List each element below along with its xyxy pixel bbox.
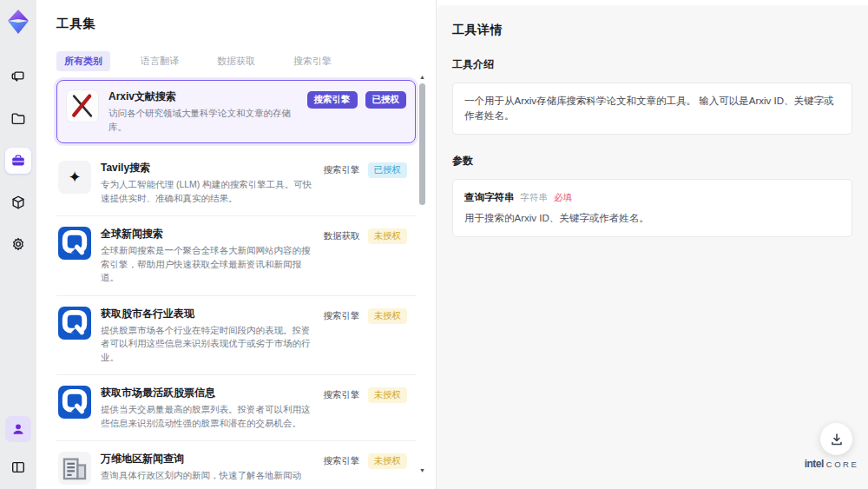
- auth-status-badge: 已授权: [368, 162, 408, 178]
- param-name: 查询字符串: [464, 190, 515, 205]
- intro-text: 一个用于从Arxiv存储库搜索科学论文和文章的工具。 输入可以是Arxiv ID…: [464, 96, 834, 121]
- arxiv-logo-icon: [66, 89, 99, 122]
- tool-list-item[interactable]: ✦ Tavily搜索 专为人工智能代理 (LLM) 构建的搜索引擎工具。可快速提…: [56, 150, 416, 216]
- tool-name: 全球新闻搜索: [101, 227, 314, 241]
- sidebar-item-user[interactable]: [5, 416, 31, 442]
- icon-sidebar: [0, 0, 36, 489]
- tool-list-item[interactable]: 全球新闻搜索 全球新闻搜索是一个聚合全球各大新闻网站内容的搜索引擎，帮助用户快速…: [56, 216, 416, 296]
- category-badge: 搜索引擎: [324, 310, 360, 322]
- user-icon: [10, 421, 26, 437]
- category-badge: 搜索引擎: [324, 164, 360, 176]
- sidebar-item-folder[interactable]: [5, 106, 31, 132]
- auth-status-badge: 未授权: [368, 228, 408, 244]
- category-badge: 搜索引擎: [324, 455, 360, 467]
- juhe-logo-icon: [58, 227, 91, 260]
- scroll-up-arrow-icon[interactable]: ▲: [418, 73, 426, 81]
- page-title: 工具集: [56, 16, 436, 32]
- chat-bubbles-icon: [10, 69, 26, 85]
- category-tab[interactable]: 数据获取: [209, 51, 263, 71]
- params-heading: 参数: [452, 154, 852, 169]
- tool-description: 访问各个研究领域大量科学论文和文章的存储库。: [108, 107, 298, 134]
- sidebar-item-panel-toggle[interactable]: [5, 454, 31, 480]
- tool-list-item[interactable]: 获取股市各行业表现 提供股票市场各个行业在特定时间段内的表现。投资者可以利用这些…: [56, 296, 416, 376]
- download-button[interactable]: [820, 423, 852, 455]
- app-logo-diamond-icon: [6, 9, 30, 35]
- juhe-logo-icon: [58, 386, 91, 419]
- sidebar-item-chat-bubbles[interactable]: [5, 64, 31, 90]
- tool-description: 全球新闻搜索是一个聚合全球各大新闻网站内容的搜索引擎，帮助用户快速获取全球最新资…: [101, 244, 314, 285]
- auth-status-badge: 已授权: [365, 91, 407, 109]
- juhe-logo-icon: [58, 307, 91, 340]
- tool-list-item[interactable]: 万维地区新闻查询 查询具体行政区划内的新闻，快速了解各地新闻动 搜索引擎 未授权: [56, 441, 416, 489]
- detail-title: 工具详情: [452, 23, 852, 38]
- intro-box: 一个用于从Arxiv存储库搜索科学论文和文章的工具。 输入可以是Arxiv ID…: [452, 83, 852, 135]
- news-building-icon: [58, 452, 91, 485]
- tool-list-panel: 工具集 所有类别语言翻译数据获取搜索引擎 Arxiv文献搜索 访问各个研究领域大…: [36, 0, 437, 489]
- gear-icon: [10, 236, 26, 252]
- auth-status-badge: 未授权: [368, 387, 408, 403]
- scroll-down-arrow-icon[interactable]: ▼: [418, 466, 426, 474]
- category-tab[interactable]: 所有类别: [56, 51, 110, 71]
- tool-list-item[interactable]: 获取市场最活跃股票信息 提供当天交易量最高的股票列表。投资者可以利用这些信息来识…: [56, 375, 416, 441]
- download-icon: [830, 433, 844, 446]
- app-window: 工具集 所有类别语言翻译数据获取搜索引擎 Arxiv文献搜索 访问各个研究领域大…: [0, 0, 868, 489]
- auth-status-badge: 未授权: [368, 308, 408, 324]
- tool-name: 万维地区新闻查询: [101, 452, 314, 466]
- tool-name: Tavily搜索: [101, 161, 314, 175]
- tool-description: 提供股票市场各个行业在特定时间段内的表现。投资者可以利用这些信息来识别表现优于或…: [101, 324, 314, 365]
- cube-icon: [10, 195, 26, 210]
- sidebar-item-gear[interactable]: [5, 231, 31, 257]
- folder-icon: [10, 111, 26, 127]
- category-tab[interactable]: 搜索引擎: [286, 51, 339, 71]
- category-tabs: 所有类别语言翻译数据获取搜索引擎: [56, 51, 436, 71]
- panel-toggle-icon: [10, 459, 26, 475]
- tool-description: 查询具体行政区划内的新闻，快速了解各地新闻动: [101, 469, 314, 483]
- category-badge: 搜索引擎: [307, 91, 358, 109]
- tavily-logo-icon: ✦: [58, 161, 91, 194]
- tool-description: 提供当天交易量最高的股票列表。投资者可以利用这些信息来识别流动性强的股票和潜在的…: [101, 403, 314, 430]
- param-box: 查询字符串 字符串 必填 用于搜索的Arxiv ID、关键字或作者姓名。: [452, 179, 852, 237]
- tool-detail-panel: 工具详情 工具介绍 一个用于从Arxiv存储库搜索科学论文和文章的工具。 输入可…: [437, 5, 868, 489]
- param-type: 字符串: [521, 190, 549, 205]
- list-scrollbar[interactable]: ▲ ▼: [418, 73, 426, 474]
- scrollbar-thumb[interactable]: [419, 83, 425, 205]
- toolbox-icon: [10, 153, 26, 169]
- tool-list: Arxiv文献搜索 访问各个研究领域大量科学论文和文章的存储库。 搜索引擎 已授…: [56, 80, 416, 489]
- tool-description: 专为人工智能代理 (LLM) 构建的搜索引擎工具。可快速提供实时、准确和真实的结…: [101, 178, 314, 205]
- tool-name: 获取市场最活跃股票信息: [101, 386, 314, 400]
- auth-status-badge: 未授权: [368, 453, 408, 469]
- param-desc: 用于搜索的Arxiv ID、关键字或作者姓名。: [464, 211, 840, 226]
- category-tab[interactable]: 语言翻译: [133, 51, 187, 71]
- param-required-flag: 必填: [554, 190, 572, 205]
- tool-name: Arxiv文献搜索: [108, 89, 298, 104]
- intro-heading: 工具介绍: [452, 57, 852, 72]
- sidebar-item-cube[interactable]: [5, 189, 31, 215]
- category-badge: 数据获取: [324, 230, 360, 242]
- category-badge: 搜索引擎: [324, 389, 360, 401]
- sidebar-item-toolbox[interactable]: [5, 148, 31, 174]
- intel-core-logo: intelCORE: [799, 455, 865, 471]
- tool-name: 获取股市各行业表现: [101, 307, 314, 321]
- tool-list-item[interactable]: Arxiv文献搜索 访问各个研究领域大量科学论文和文章的存储库。 搜索引擎 已授…: [56, 80, 416, 143]
